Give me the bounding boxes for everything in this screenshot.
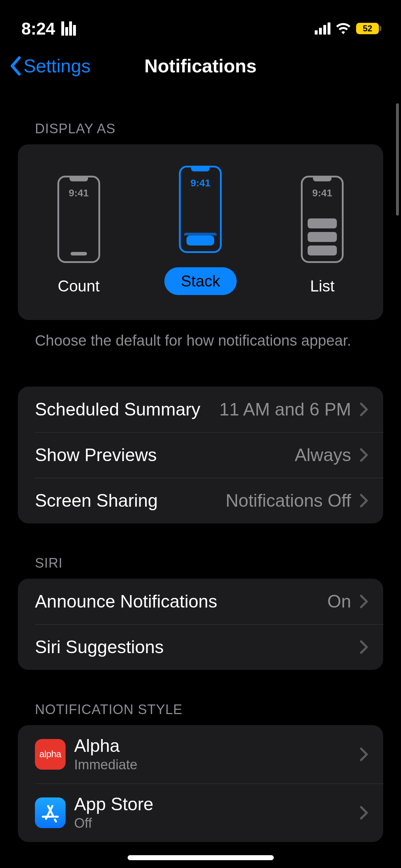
content-scroll[interactable]: DISPLAY AS 9:41 Count 9:41 St — [0, 89, 401, 863]
row-value: On — [327, 591, 351, 612]
chevron-right-icon — [360, 402, 369, 417]
preview-time: 9:41 — [303, 187, 342, 199]
row-app-alpha[interactable]: alpha Alpha Immediate — [18, 725, 383, 784]
row-label: Show Previews — [35, 445, 157, 465]
display-as-card: 9:41 Count 9:41 Stack 9:41 — [18, 144, 383, 320]
home-indicator[interactable] — [128, 855, 274, 860]
navigation-bar: Settings Notifications — [0, 43, 401, 89]
app-subtitle: Off — [74, 816, 153, 831]
display-option-list-label: List — [310, 277, 334, 295]
row-show-previews[interactable]: Show Previews Always — [35, 432, 383, 478]
preview-phone-count: 9:41 — [57, 176, 100, 263]
display-option-list[interactable]: 9:41 List — [262, 176, 382, 295]
siri-card: Announce Notifications On Siri Suggestio… — [18, 579, 383, 670]
section-header-display-as: DISPLAY AS — [18, 89, 383, 144]
row-label: Announce Notifications — [35, 591, 217, 612]
scrollbar-thumb[interactable] — [396, 103, 399, 216]
row-value: Notifications Off — [226, 490, 351, 511]
row-label: Siri Suggestions — [35, 637, 164, 657]
chevron-right-icon — [360, 494, 369, 508]
row-value: 11 AM and 6 PM — [219, 399, 351, 420]
app-name: Alpha — [74, 736, 137, 756]
battery-percent: 52 — [356, 23, 379, 34]
app-icon-alpha: alpha — [35, 739, 66, 770]
row-label: Screen Sharing — [35, 490, 158, 511]
app-name: App Store — [74, 795, 153, 814]
row-value: Always — [295, 445, 351, 465]
row-screen-sharing[interactable]: Screen Sharing Notifications Off — [35, 478, 383, 523]
notification-style-card: alpha Alpha Immediate — [18, 725, 383, 842]
row-siri-suggestions[interactable]: Siri Suggestions — [35, 624, 383, 670]
status-bar: 8:24 52 — [0, 0, 401, 43]
back-button[interactable]: Settings — [7, 55, 91, 77]
status-time: 8:24 — [21, 19, 55, 38]
display-option-stack-label: Stack — [164, 267, 236, 295]
back-label: Settings — [24, 55, 91, 77]
display-option-stack[interactable]: 9:41 Stack — [140, 166, 261, 295]
section-header-siri: SIRI — [18, 523, 383, 579]
chevron-left-icon — [9, 56, 22, 76]
chevron-right-icon — [360, 594, 369, 609]
row-scheduled-summary[interactable]: Scheduled Summary 11 AM and 6 PM — [18, 387, 383, 432]
preview-phone-list: 9:41 — [301, 176, 344, 263]
display-option-count-label: Count — [58, 277, 99, 295]
activity-icon — [61, 21, 76, 36]
display-as-footer: Choose the default for how notifications… — [18, 320, 383, 351]
general-settings-card: Scheduled Summary 11 AM and 6 PM Show Pr… — [18, 387, 383, 523]
battery-icon: 52 — [356, 23, 381, 34]
preview-time: 9:41 — [59, 187, 98, 199]
row-announce-notifications[interactable]: Announce Notifications On — [18, 579, 383, 624]
display-option-count[interactable]: 9:41 Count — [19, 176, 139, 295]
section-header-notification-style: NOTIFICATION STYLE — [18, 670, 383, 725]
status-right: 52 — [315, 22, 381, 35]
wifi-icon — [335, 22, 351, 35]
chevron-right-icon — [360, 806, 369, 820]
row-app-appstore[interactable]: App Store Off — [35, 784, 383, 842]
preview-time: 9:41 — [181, 177, 220, 189]
row-label: Scheduled Summary — [35, 399, 200, 420]
cellular-signal-icon — [315, 22, 330, 35]
chevron-right-icon — [360, 640, 369, 654]
svg-line-4 — [55, 820, 56, 822]
chevron-right-icon — [360, 448, 369, 462]
preview-phone-stack: 9:41 — [179, 166, 222, 253]
app-subtitle: Immediate — [74, 757, 137, 773]
status-left: 8:24 — [21, 19, 76, 38]
app-icon-appstore — [35, 797, 66, 828]
chevron-right-icon — [360, 747, 369, 761]
